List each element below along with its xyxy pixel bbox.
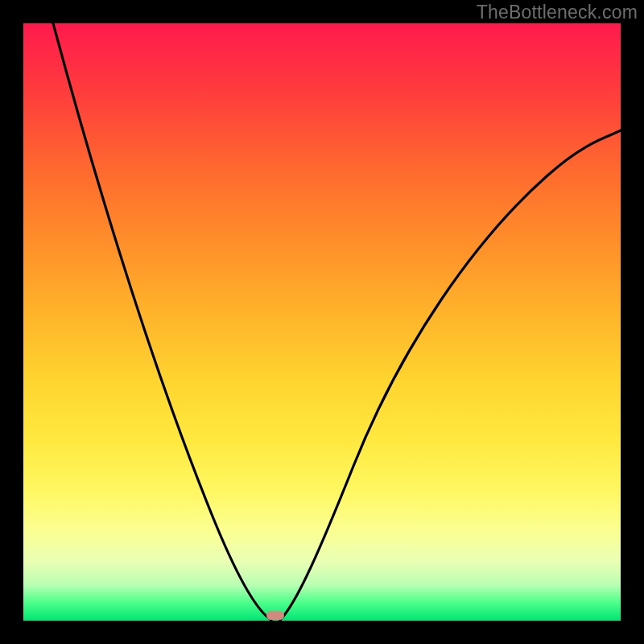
- curve-left-branch: [53, 23, 271, 620]
- bottleneck-curve: [23, 23, 621, 621]
- minimum-marker: [266, 611, 284, 620]
- chart-plot-area: [23, 23, 621, 621]
- watermark-text: TheBottleneck.com: [477, 2, 638, 23]
- curve-right-branch: [280, 130, 621, 620]
